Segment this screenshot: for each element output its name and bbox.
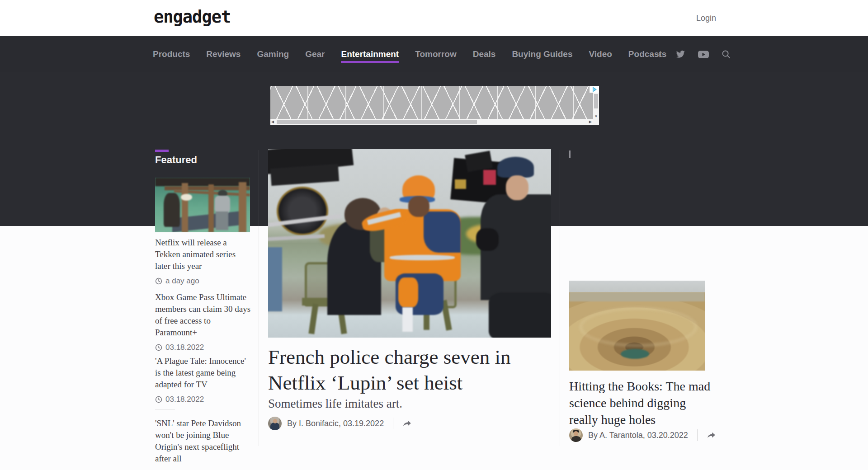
login-link[interactable]: Login bbox=[696, 14, 716, 23]
byline-divider bbox=[697, 429, 698, 441]
featured-heading: Featured bbox=[155, 154, 197, 166]
featured-item-title[interactable]: 'A Plague Tale: Innocence' is the latest… bbox=[155, 355, 253, 390]
sidebar-item-divider bbox=[155, 346, 175, 346]
engadget-logo[interactable]: engadget bbox=[154, 7, 231, 27]
photo-shape bbox=[569, 292, 705, 301]
share-button[interactable] bbox=[402, 419, 412, 428]
ad-horizontal-scrollbar[interactable]: ◀ ▶ bbox=[270, 119, 593, 125]
photo-shape bbox=[569, 281, 705, 292]
featured-item-timestamp: 03.18.2022 bbox=[165, 395, 204, 404]
photo-shape bbox=[408, 196, 429, 217]
share-icon bbox=[402, 419, 412, 428]
featured-item-meta: a day ago bbox=[155, 277, 253, 286]
ad-scroll-right-arrow[interactable]: ▶ bbox=[589, 120, 592, 124]
twitter-icon[interactable] bbox=[675, 49, 686, 60]
nav-social-icons bbox=[656, 36, 731, 72]
right-column-accent-stub bbox=[569, 150, 571, 158]
search-icon[interactable] bbox=[721, 49, 731, 60]
featured-thumbnail-tekken[interactable] bbox=[155, 178, 250, 232]
anime-figure bbox=[215, 196, 230, 213]
nav-item-products[interactable]: Products bbox=[153, 36, 190, 72]
camera-lens bbox=[277, 187, 328, 235]
share-button[interactable] bbox=[707, 431, 716, 440]
featured-item-4: 'SNL' star Pete Davidson won't be joinin… bbox=[155, 418, 253, 470]
photo-shape bbox=[398, 277, 418, 308]
featured-item-meta: 03.18.2022 bbox=[155, 395, 253, 404]
featured-item-title[interactable]: Netflix will release a Tekken animated s… bbox=[155, 237, 253, 272]
photo-shape bbox=[239, 182, 246, 232]
photo-shape bbox=[497, 157, 534, 178]
photo-shape bbox=[208, 184, 214, 232]
nav-item-tomorrow[interactable]: Tomorrow bbox=[415, 36, 456, 72]
featured-item-timestamp: a day ago bbox=[165, 277, 199, 286]
author-avatar[interactable] bbox=[268, 417, 282, 430]
main-right-divider bbox=[560, 150, 560, 446]
photo-shape bbox=[182, 183, 189, 232]
site-header: engadget Login bbox=[0, 0, 868, 36]
ad-vertical-scrollbar[interactable]: ▼ bbox=[593, 93, 599, 119]
featured-item-title[interactable]: Xbox Game Pass Ultimate members can clai… bbox=[155, 291, 253, 338]
photo-shape bbox=[483, 170, 496, 185]
nav-item-entertainment[interactable]: Entertainment bbox=[341, 36, 399, 72]
featured-item-title[interactable]: 'SNL' star Pete Davidson won't be joinin… bbox=[155, 418, 253, 465]
adchoices-icon[interactable] bbox=[590, 86, 599, 93]
photo-shape bbox=[402, 307, 413, 332]
featured-item-2: Xbox Game Pass Ultimate members can clai… bbox=[155, 291, 253, 352]
photo-shape bbox=[476, 228, 499, 251]
sidebar-divider bbox=[259, 150, 259, 446]
secondary-article-image[interactable] bbox=[569, 281, 705, 371]
photo-shape bbox=[506, 175, 528, 200]
clock-icon bbox=[155, 344, 162, 351]
byline-text: By I. Bonifacic, 03.19.2022 bbox=[287, 419, 384, 428]
featured-item-timestamp: 03.18.2022 bbox=[165, 343, 204, 352]
photo-shape bbox=[181, 194, 192, 201]
nav-item-gaming[interactable]: Gaming bbox=[257, 36, 289, 72]
photo-shape bbox=[455, 179, 466, 189]
photo-shape bbox=[268, 247, 282, 311]
secondary-article-title[interactable]: Hitting the Books: The mad science behin… bbox=[569, 378, 715, 428]
photo-shape bbox=[580, 308, 697, 347]
ad-placeholder-pattern[interactable] bbox=[270, 86, 593, 119]
featured-item-1: Netflix will release a Tekken animated s… bbox=[155, 237, 253, 286]
featured-accent-bar bbox=[155, 150, 169, 152]
engadget-entertainment-page: engadget Login Products Reviews Gaming G… bbox=[0, 0, 868, 470]
main-article-title[interactable]: French police charge seven in Netflix ‘L… bbox=[268, 344, 557, 396]
photo-shape bbox=[489, 292, 551, 338]
sidebar-item-divider bbox=[155, 284, 175, 284]
nav-list: Products Reviews Gaming Gear Entertainme… bbox=[153, 36, 666, 72]
photo-shape bbox=[390, 255, 455, 261]
main-article-subtitle: Sometimes life imitates art. bbox=[268, 397, 557, 411]
byline-text: By A. Tarantola, 03.20.2022 bbox=[588, 431, 688, 440]
nav-item-deals[interactable]: Deals bbox=[473, 36, 496, 72]
nav-item-video[interactable]: Video bbox=[589, 36, 612, 72]
main-navbar: Products Reviews Gaming Gear Entertainme… bbox=[0, 36, 868, 73]
sidebar-item-divider bbox=[155, 409, 175, 409]
photo-shape bbox=[621, 349, 649, 359]
anime-figure bbox=[164, 193, 180, 227]
byline-divider bbox=[393, 418, 393, 429]
author-avatar[interactable] bbox=[569, 428, 583, 442]
photo-shape bbox=[155, 178, 250, 186]
anime-figure bbox=[216, 212, 228, 230]
ad-horizontal-scroll-thumb[interactable] bbox=[277, 120, 477, 124]
share-icon bbox=[707, 431, 716, 440]
youtube-icon[interactable] bbox=[698, 49, 709, 60]
clock-icon bbox=[155, 396, 162, 403]
nav-item-gear[interactable]: Gear bbox=[305, 36, 325, 72]
photo-shape bbox=[424, 212, 460, 253]
main-article-image[interactable] bbox=[268, 149, 551, 338]
ad-scroll-down-arrow[interactable]: ▼ bbox=[593, 114, 599, 118]
ad-banner[interactable]: ▼ ◀ ▶ bbox=[270, 86, 599, 125]
ad-scroll-left-arrow[interactable]: ◀ bbox=[271, 120, 274, 124]
facebook-icon[interactable] bbox=[656, 49, 663, 60]
nav-item-reviews[interactable]: Reviews bbox=[206, 36, 241, 72]
ad-vertical-scroll-thumb[interactable] bbox=[594, 94, 598, 108]
featured-item-3: 'A Plague Tale: Innocence' is the latest… bbox=[155, 355, 253, 404]
secondary-article-byline: By A. Tarantola, 03.20.2022 bbox=[569, 428, 716, 442]
nav-item-buying-guides[interactable]: Buying Guides bbox=[512, 36, 572, 72]
featured-item-meta: 03.18.2022 bbox=[155, 343, 253, 352]
main-article-byline: By I. Bonifacic, 03.19.2022 bbox=[268, 417, 412, 430]
